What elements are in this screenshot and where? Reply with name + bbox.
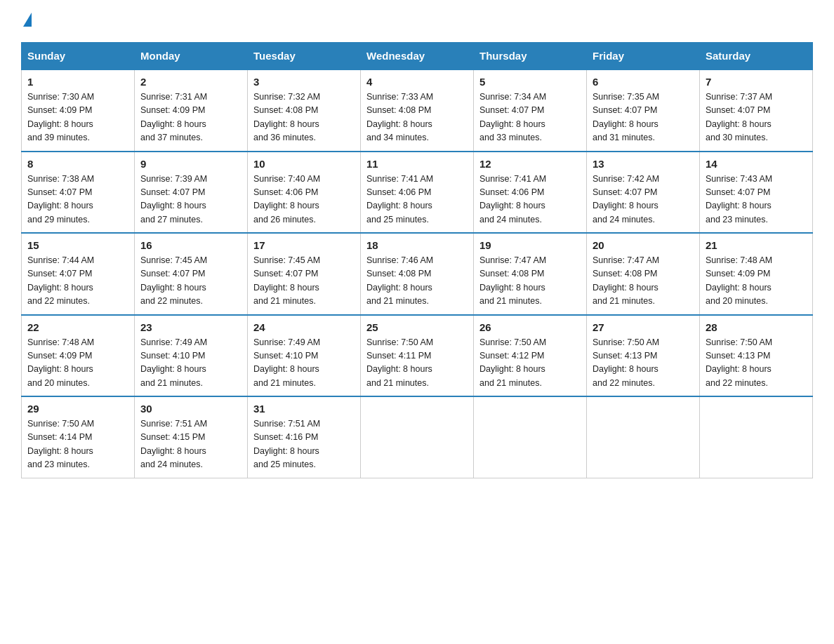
calendar-cell: 8Sunrise: 7:38 AMSunset: 4:07 PMDaylight… (22, 152, 135, 234)
calendar-cell: 7Sunrise: 7:37 AMSunset: 4:07 PMDaylight… (700, 69, 813, 152)
day-info: Sunrise: 7:45 AMSunset: 4:07 PMDaylight:… (140, 254, 241, 309)
calendar-cell: 31Sunrise: 7:51 AMSunset: 4:16 PMDayligh… (248, 396, 361, 478)
day-info: Sunrise: 7:43 AMSunset: 4:07 PMDaylight:… (706, 173, 807, 227)
day-number: 30 (140, 403, 241, 415)
day-info: Sunrise: 7:51 AMSunset: 4:15 PMDaylight:… (140, 417, 241, 472)
calendar-cell (474, 396, 587, 478)
calendar-cell: 27Sunrise: 7:50 AMSunset: 4:13 PMDayligh… (587, 315, 700, 397)
col-header-sunday: Sunday (22, 43, 135, 70)
day-number: 23 (140, 321, 241, 333)
day-info: Sunrise: 7:34 AMSunset: 4:07 PMDaylight:… (479, 90, 581, 145)
calendar-cell: 25Sunrise: 7:50 AMSunset: 4:11 PMDayligh… (361, 315, 474, 397)
calendar-cell: 10Sunrise: 7:40 AMSunset: 4:06 PMDayligh… (248, 152, 361, 234)
day-info: Sunrise: 7:35 AMSunset: 4:07 PMDaylight:… (593, 90, 694, 145)
calendar-cell: 28Sunrise: 7:50 AMSunset: 4:13 PMDayligh… (700, 315, 813, 397)
day-info: Sunrise: 7:50 AMSunset: 4:11 PMDaylight:… (366, 336, 468, 391)
calendar-cell: 15Sunrise: 7:44 AMSunset: 4:07 PMDayligh… (22, 233, 135, 315)
calendar-week-row: 22Sunrise: 7:48 AMSunset: 4:09 PMDayligh… (22, 315, 813, 397)
calendar-week-row: 1Sunrise: 7:30 AMSunset: 4:09 PMDaylight… (22, 69, 813, 152)
day-number: 11 (366, 158, 468, 170)
calendar-cell: 2Sunrise: 7:31 AMSunset: 4:09 PMDaylight… (135, 69, 248, 152)
day-number: 15 (27, 239, 128, 251)
logo (21, 14, 32, 28)
day-number: 1 (27, 76, 128, 88)
page-header (21, 14, 813, 28)
day-number: 16 (140, 239, 241, 251)
day-info: Sunrise: 7:50 AMSunset: 4:12 PMDaylight:… (479, 336, 581, 391)
col-header-thursday: Thursday (474, 43, 587, 70)
day-info: Sunrise: 7:45 AMSunset: 4:07 PMDaylight:… (253, 254, 355, 309)
day-info: Sunrise: 7:41 AMSunset: 4:06 PMDaylight:… (366, 173, 468, 227)
day-info: Sunrise: 7:50 AMSunset: 4:13 PMDaylight:… (706, 336, 807, 391)
day-info: Sunrise: 7:42 AMSunset: 4:07 PMDaylight:… (593, 173, 694, 227)
day-number: 2 (140, 76, 241, 88)
day-info: Sunrise: 7:30 AMSunset: 4:09 PMDaylight:… (27, 90, 128, 145)
calendar-header-row: SundayMondayTuesdayWednesdayThursdayFrid… (22, 43, 813, 70)
calendar-week-row: 29Sunrise: 7:50 AMSunset: 4:14 PMDayligh… (22, 396, 813, 478)
calendar-cell: 17Sunrise: 7:45 AMSunset: 4:07 PMDayligh… (248, 233, 361, 315)
calendar-cell: 29Sunrise: 7:50 AMSunset: 4:14 PMDayligh… (22, 396, 135, 478)
day-info: Sunrise: 7:48 AMSunset: 4:09 PMDaylight:… (27, 336, 128, 391)
calendar-cell: 22Sunrise: 7:48 AMSunset: 4:09 PMDayligh… (22, 315, 135, 397)
calendar-cell: 5Sunrise: 7:34 AMSunset: 4:07 PMDaylight… (474, 69, 587, 152)
day-number: 6 (593, 76, 694, 88)
day-info: Sunrise: 7:47 AMSunset: 4:08 PMDaylight:… (479, 254, 581, 309)
calendar-cell: 6Sunrise: 7:35 AMSunset: 4:07 PMDaylight… (587, 69, 700, 152)
day-number: 7 (706, 76, 807, 88)
col-header-monday: Monday (135, 43, 248, 70)
day-info: Sunrise: 7:41 AMSunset: 4:06 PMDaylight:… (479, 173, 581, 227)
day-info: Sunrise: 7:37 AMSunset: 4:07 PMDaylight:… (706, 90, 807, 145)
day-number: 5 (479, 76, 581, 88)
day-info: Sunrise: 7:49 AMSunset: 4:10 PMDaylight:… (253, 336, 355, 391)
day-info: Sunrise: 7:50 AMSunset: 4:14 PMDaylight:… (27, 417, 128, 472)
day-number: 21 (706, 239, 807, 251)
day-info: Sunrise: 7:44 AMSunset: 4:07 PMDaylight:… (27, 254, 128, 309)
calendar-cell: 4Sunrise: 7:33 AMSunset: 4:08 PMDaylight… (361, 69, 474, 152)
day-info: Sunrise: 7:40 AMSunset: 4:06 PMDaylight:… (253, 173, 355, 227)
day-number: 12 (479, 158, 581, 170)
day-info: Sunrise: 7:32 AMSunset: 4:08 PMDaylight:… (253, 90, 355, 145)
calendar-week-row: 15Sunrise: 7:44 AMSunset: 4:07 PMDayligh… (22, 233, 813, 315)
day-number: 22 (27, 321, 128, 333)
day-number: 25 (366, 321, 468, 333)
calendar-cell (700, 396, 813, 478)
day-number: 20 (593, 239, 694, 251)
day-info: Sunrise: 7:38 AMSunset: 4:07 PMDaylight:… (27, 173, 128, 227)
day-number: 13 (593, 158, 694, 170)
day-info: Sunrise: 7:48 AMSunset: 4:09 PMDaylight:… (706, 254, 807, 309)
day-number: 26 (479, 321, 581, 333)
day-number: 19 (479, 239, 581, 251)
col-header-saturday: Saturday (700, 43, 813, 70)
day-info: Sunrise: 7:49 AMSunset: 4:10 PMDaylight:… (140, 336, 241, 391)
day-info: Sunrise: 7:39 AMSunset: 4:07 PMDaylight:… (140, 173, 241, 227)
day-number: 29 (27, 403, 128, 415)
calendar-cell: 18Sunrise: 7:46 AMSunset: 4:08 PMDayligh… (361, 233, 474, 315)
calendar-cell (361, 396, 474, 478)
calendar-cell: 30Sunrise: 7:51 AMSunset: 4:15 PMDayligh… (135, 396, 248, 478)
day-info: Sunrise: 7:33 AMSunset: 4:08 PMDaylight:… (366, 90, 468, 145)
calendar-cell: 9Sunrise: 7:39 AMSunset: 4:07 PMDaylight… (135, 152, 248, 234)
day-number: 17 (253, 239, 355, 251)
col-header-wednesday: Wednesday (361, 43, 474, 70)
calendar-cell: 3Sunrise: 7:32 AMSunset: 4:08 PMDaylight… (248, 69, 361, 152)
col-header-friday: Friday (587, 43, 700, 70)
calendar-cell: 13Sunrise: 7:42 AMSunset: 4:07 PMDayligh… (587, 152, 700, 234)
day-number: 28 (706, 321, 807, 333)
day-number: 3 (253, 76, 355, 88)
calendar-cell: 26Sunrise: 7:50 AMSunset: 4:12 PMDayligh… (474, 315, 587, 397)
day-number: 18 (366, 239, 468, 251)
day-info: Sunrise: 7:47 AMSunset: 4:08 PMDaylight:… (593, 254, 694, 309)
day-info: Sunrise: 7:51 AMSunset: 4:16 PMDaylight:… (253, 417, 355, 472)
day-info: Sunrise: 7:46 AMSunset: 4:08 PMDaylight:… (366, 254, 468, 309)
calendar-cell: 12Sunrise: 7:41 AMSunset: 4:06 PMDayligh… (474, 152, 587, 234)
day-info: Sunrise: 7:31 AMSunset: 4:09 PMDaylight:… (140, 90, 241, 145)
calendar-cell: 19Sunrise: 7:47 AMSunset: 4:08 PMDayligh… (474, 233, 587, 315)
day-number: 9 (140, 158, 241, 170)
logo-triangle-icon (23, 13, 32, 27)
calendar-week-row: 8Sunrise: 7:38 AMSunset: 4:07 PMDaylight… (22, 152, 813, 234)
calendar-cell: 21Sunrise: 7:48 AMSunset: 4:09 PMDayligh… (700, 233, 813, 315)
day-number: 14 (706, 158, 807, 170)
day-number: 27 (593, 321, 694, 333)
day-number: 24 (253, 321, 355, 333)
calendar-cell: 23Sunrise: 7:49 AMSunset: 4:10 PMDayligh… (135, 315, 248, 397)
